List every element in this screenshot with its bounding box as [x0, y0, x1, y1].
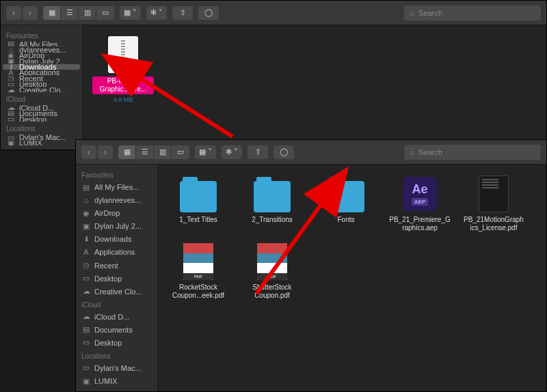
content-area[interactable]: 1_Text Titles2_TransitionsFontsAeAEPPB_2…	[158, 165, 546, 391]
file-item[interactable]: 2_Transitions	[241, 174, 303, 232]
sidebar: Favourites▤All My Files...⌂dylanreeves..…	[1, 25, 83, 150]
list-view-button[interactable]: ☰	[61, 6, 79, 20]
sidebar-item-label: Recent	[19, 76, 43, 81]
sidebar-item[interactable]: ▭Desktop	[76, 337, 157, 349]
sidebar-item[interactable]: ▭Desktop	[1, 117, 82, 122]
share-button[interactable]: ⇧	[248, 145, 268, 159]
sidebar-item[interactable]: AApplications	[76, 246, 157, 258]
file-name: 2_Transitions	[252, 216, 293, 224]
file-item[interactable]: ZIPPB-Motion Graphic...iere...4.6 MB	[92, 35, 154, 103]
sidebar-item[interactable]: ▣LUMIX	[1, 141, 82, 145]
sidebar-item[interactable]: ▣Dylan July 2...	[76, 220, 157, 232]
sidebar-heading: Locations	[76, 350, 157, 361]
sidebar-item[interactable]: ▭Desktop	[1, 82, 82, 87]
sidebar-item[interactable]: ◉AirDrop	[1, 53, 82, 58]
sidebar-item[interactable]: ▭Desktop	[76, 272, 157, 285]
file-item[interactable]: Fonts	[315, 174, 377, 232]
file-name: 1_Text Titles	[179, 216, 217, 224]
sidebar-item-label: Desktop	[94, 339, 122, 347]
sidebar-item-label: dylanreeves...	[19, 47, 66, 52]
sidebar-item-icon: ☁	[6, 105, 16, 110]
gallery-view-button[interactable]: ▭	[172, 145, 189, 159]
sidebar-item[interactable]: ☁Creative Clo...	[1, 87, 82, 92]
aep-icon: AeAEP	[401, 174, 438, 214]
sidebar-item-label: Downloads	[94, 235, 131, 243]
folder-icon	[180, 174, 217, 214]
column-view-button[interactable]: ▥	[79, 6, 96, 20]
sidebar-item[interactable]: ⌂dylanreeves...	[1, 47, 82, 52]
search-icon: ⌕	[410, 8, 414, 18]
sidebar-item[interactable]: ◷Recent	[1, 76, 82, 81]
arrange-button[interactable]: ▦ ˅	[120, 6, 141, 20]
sidebar-item[interactable]: ⬇Downloads	[3, 64, 80, 69]
forward-button[interactable]: ›	[23, 6, 38, 20]
sidebar-item[interactable]: ▣LUMIX	[76, 375, 157, 387]
file-item[interactable]: PB_21MotionGraphics_License.pdf	[463, 174, 524, 232]
sidebar-item[interactable]: ☁iCloud D...	[76, 311, 157, 323]
list-view-button[interactable]: ☰	[136, 145, 154, 159]
sidebar-item-icon: ▭	[81, 274, 91, 283]
sidebar-item-label: Downloads	[19, 64, 56, 69]
share-button[interactable]: ⇧	[172, 6, 193, 20]
search-field[interactable]: ⌕ Search	[404, 5, 541, 20]
action-button[interactable]: ✻ ˅	[222, 145, 242, 159]
sidebar-item[interactable]: ⬇Downloads	[76, 233, 157, 245]
toolbar: ‹ › ▦ ☰ ▥ ▭ ▦ ˅ ✻ ˅ ⇧ ◯ ⌕ Search	[1, 1, 546, 25]
content-area[interactable]: ZIPPB-Motion Graphic...iere...4.6 MB	[83, 25, 546, 150]
zip-icon: ZIP	[105, 35, 142, 74]
file-name: RocketStock Coupon...eek.pdf	[168, 283, 229, 300]
sidebar-item[interactable]: AApplications	[1, 70, 82, 75]
sidebar-item-label: Recent	[94, 262, 118, 270]
file-item[interactable]: AeAEPPB_21_Premiere_Graphics.aep	[389, 174, 451, 232]
sidebar-item-label: All My Files...	[94, 183, 139, 191]
sidebar-item[interactable]: ▤Documents	[1, 111, 82, 116]
sidebar-item[interactable]: ▭Dylan's Mac...	[76, 362, 157, 374]
arrange-button[interactable]: ▦ ˅	[195, 145, 216, 159]
sidebar-item-icon: ▤	[6, 42, 16, 46]
sidebar-item-label: Desktop	[94, 275, 122, 283]
sidebar-item[interactable]: ⌂dylanreeves...	[76, 194, 157, 206]
back-button[interactable]: ‹	[6, 6, 21, 20]
sidebar-item-icon: ⌂	[81, 195, 91, 205]
sidebar-item[interactable]: ▣Dylan July 2...	[1, 59, 82, 64]
search-field[interactable]: ⌕ Search	[404, 145, 541, 160]
file-name: Fonts	[337, 216, 354, 224]
tags-button[interactable]: ◯	[198, 6, 219, 20]
sidebar-item-icon: ▭	[81, 338, 91, 348]
file-item[interactable]: 1_Text Titles	[168, 174, 229, 232]
search-placeholder: Search	[418, 9, 442, 17]
sidebar-item[interactable]: ▭Dylan's Mac...	[1, 135, 82, 139]
icon-view-button[interactable]: ▦	[118, 145, 136, 159]
sidebar-item[interactable]: ◉AirDrop	[76, 207, 157, 219]
sidebar-item[interactable]: ☁Creative Clo...	[76, 285, 157, 298]
sidebar-item-label: LUMIX	[19, 141, 42, 145]
gallery-view-button[interactable]: ▭	[96, 6, 114, 20]
file-item[interactable]: PDFShutterStock Coupon.pdf	[241, 242, 303, 300]
sidebar-item-label: LUMIX	[94, 377, 118, 385]
view-mode-group: ▦ ☰ ▥ ▭	[43, 6, 114, 20]
action-button[interactable]: ✻ ˅	[146, 6, 167, 20]
sidebar-item[interactable]: ▤Documents	[76, 324, 157, 336]
sidebar-item-label: Creative Clo...	[94, 288, 142, 296]
sidebar-item[interactable]: ▤All My Files...	[76, 181, 157, 193]
sidebar-item[interactable]: ☁iCloud D...	[1, 105, 82, 110]
tags-button[interactable]: ◯	[274, 145, 294, 159]
column-view-button[interactable]: ▥	[154, 145, 172, 159]
icon-view-button[interactable]: ▦	[43, 6, 61, 20]
sidebar-item-icon: ☁	[6, 87, 16, 92]
sidebar-item-icon: ◉	[6, 53, 16, 58]
search-icon: ⌕	[410, 148, 414, 157]
back-button[interactable]: ‹	[81, 145, 96, 159]
sidebar-item-icon: ☁	[81, 312, 91, 322]
sidebar-item-icon: ▣	[81, 221, 91, 231]
sidebar-item-icon: ▭	[81, 363, 91, 373]
sidebar-item-icon: ⬇	[81, 234, 91, 244]
sidebar-item[interactable]: ◷Recent	[76, 259, 157, 271]
file-item[interactable]: PDFRocketStock Coupon...eek.pdf	[168, 242, 229, 300]
sidebar-item-label: Desktop	[19, 82, 46, 87]
search-placeholder: Search	[418, 148, 442, 156]
file-name: PB_21_Premiere_Graphics.aep	[389, 216, 451, 232]
sidebar-item[interactable]: ▤All My Files...	[1, 42, 82, 46]
forward-button[interactable]: ›	[98, 145, 113, 159]
sidebar-item-icon: ▣	[81, 376, 91, 386]
